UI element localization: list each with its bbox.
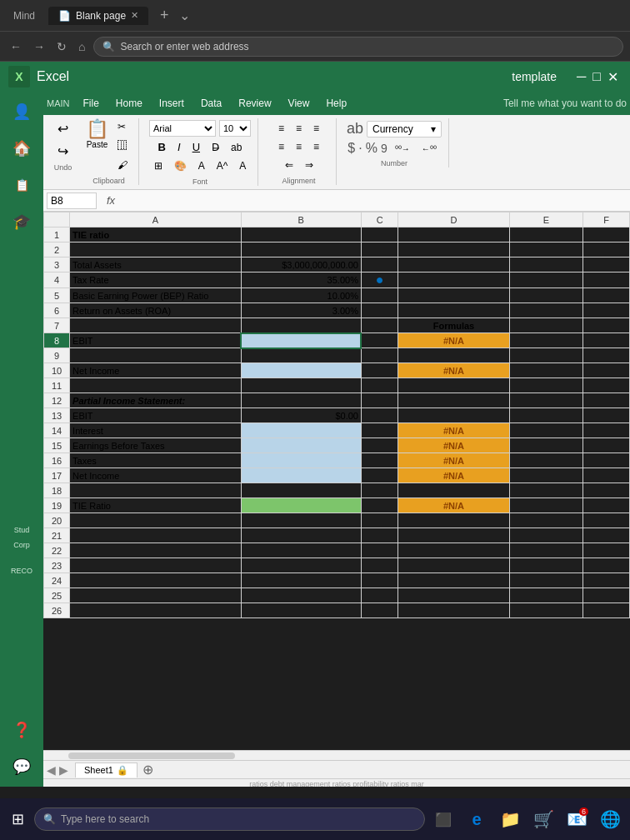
cell-d12[interactable] bbox=[398, 393, 509, 408]
cell-c6[interactable] bbox=[361, 303, 398, 318]
sidebar-item-work[interactable] bbox=[7, 366, 37, 396]
cell-b2[interactable] bbox=[241, 242, 361, 258]
cell-c4[interactable]: ● bbox=[361, 272, 398, 288]
cell-d16[interactable]: #N/A bbox=[398, 453, 509, 468]
cell-c8[interactable] bbox=[361, 333, 398, 348]
cell-d3[interactable] bbox=[398, 258, 509, 272]
cell-c16[interactable] bbox=[361, 453, 398, 468]
cell-c10[interactable] bbox=[361, 363, 398, 378]
sidebar-item-user[interactable]: 👤 bbox=[7, 97, 37, 127]
cell-d14[interactable]: #N/A bbox=[398, 423, 509, 438]
fill-color-button[interactable]: 🎨 bbox=[170, 158, 191, 174]
cell-a23[interactable] bbox=[70, 558, 241, 573]
cell-d5[interactable] bbox=[398, 288, 509, 303]
sidebar-item-grad[interactable]: 🎓 bbox=[7, 207, 37, 237]
cell-f12[interactable] bbox=[583, 393, 630, 408]
cell-d1[interactable] bbox=[398, 228, 509, 242]
cell-d17[interactable]: #N/A bbox=[398, 468, 509, 483]
taskbar-chrome-button[interactable]: 🌐 bbox=[595, 804, 625, 834]
cell-a15[interactable]: Earnings Before Taxes bbox=[70, 438, 241, 453]
menu-view[interactable]: View bbox=[280, 95, 318, 112]
menu-data[interactable]: Data bbox=[192, 95, 230, 112]
cell-f5[interactable] bbox=[583, 288, 630, 303]
cell-a8[interactable]: EBIT bbox=[70, 333, 241, 348]
cell-b22[interactable] bbox=[241, 543, 361, 558]
sheet1-tab[interactable]: Sheet1 🔒 bbox=[75, 762, 138, 778]
cell-e2[interactable] bbox=[509, 242, 583, 258]
cell-f15[interactable] bbox=[583, 438, 630, 453]
taskbar-search-box[interactable]: 🔍 Type here to search bbox=[34, 808, 425, 831]
copy-button[interactable]: ⿲ bbox=[113, 138, 132, 154]
cell-c19[interactable] bbox=[361, 498, 398, 513]
cell-f24[interactable] bbox=[583, 573, 630, 588]
cell-d13[interactable] bbox=[398, 408, 509, 423]
decimal-dec-button[interactable]: ←⁰⁰ bbox=[418, 142, 441, 156]
bold-button[interactable]: B bbox=[154, 138, 170, 156]
cell-f25[interactable] bbox=[583, 588, 630, 603]
cell-c26[interactable] bbox=[361, 603, 398, 618]
cell-b6[interactable]: 3.00% bbox=[241, 303, 361, 318]
cut-button[interactable]: ✂ bbox=[113, 118, 132, 135]
browser-tab-mind[interactable]: Mind bbox=[7, 7, 42, 25]
cell-f11[interactable] bbox=[583, 378, 630, 393]
cell-a13[interactable]: EBIT bbox=[70, 408, 241, 423]
cell-e17[interactable] bbox=[509, 468, 583, 483]
cell-f10[interactable] bbox=[583, 363, 630, 378]
scroll-left-tab-button[interactable]: ◀ bbox=[47, 763, 56, 777]
cell-c15[interactable] bbox=[361, 438, 398, 453]
cell-b16[interactable] bbox=[241, 453, 361, 468]
window-close-button[interactable]: ✕ bbox=[608, 69, 618, 85]
cell-reference-input[interactable] bbox=[47, 192, 97, 209]
taskbar-mail-button[interactable]: 📧 6 bbox=[562, 804, 592, 834]
address-bar[interactable]: 🔍 Search or enter web address bbox=[93, 37, 623, 57]
font-size-inc[interactable]: A^ bbox=[212, 158, 232, 174]
cell-e23[interactable] bbox=[509, 558, 583, 573]
taskbar-task-view-button[interactable]: ⬛ bbox=[428, 804, 458, 834]
align-center-button[interactable]: ≡ bbox=[292, 138, 306, 155]
cell-b1[interactable] bbox=[241, 228, 361, 242]
cell-e14[interactable] bbox=[509, 423, 583, 438]
italic-button[interactable]: I bbox=[173, 138, 185, 156]
cell-c11[interactable] bbox=[361, 378, 398, 393]
cell-e8[interactable] bbox=[509, 333, 583, 348]
cell-c25[interactable] bbox=[361, 588, 398, 603]
cell-e26[interactable] bbox=[509, 603, 583, 618]
cell-d10[interactable]: #N/A bbox=[398, 363, 509, 378]
cell-e19[interactable] bbox=[509, 498, 583, 513]
cell-e25[interactable] bbox=[509, 588, 583, 603]
sidebar-item-help[interactable]: ❓ bbox=[7, 715, 37, 745]
cell-d15[interactable]: #N/A bbox=[398, 438, 509, 453]
align-left-button[interactable]: ≡ bbox=[274, 138, 288, 155]
cell-f21[interactable] bbox=[583, 528, 630, 543]
window-restore-button[interactable]: □ bbox=[592, 69, 601, 84]
cell-b5[interactable]: 10.00% bbox=[241, 288, 361, 303]
cell-a25[interactable] bbox=[70, 588, 241, 603]
cell-d4[interactable] bbox=[398, 272, 509, 288]
col-header-b[interactable]: B bbox=[241, 212, 361, 228]
cell-e6[interactable] bbox=[509, 303, 583, 318]
cell-b4[interactable]: 35.00% bbox=[241, 272, 361, 288]
cell-a2[interactable] bbox=[70, 242, 241, 258]
cell-b19[interactable] bbox=[241, 498, 361, 513]
cell-e21[interactable] bbox=[509, 528, 583, 543]
cell-d25[interactable] bbox=[398, 588, 509, 603]
menu-review[interactable]: Review bbox=[230, 95, 279, 112]
cell-d26[interactable] bbox=[398, 603, 509, 618]
cell-f1[interactable] bbox=[583, 228, 630, 242]
cell-b24[interactable] bbox=[241, 573, 361, 588]
cell-f14[interactable] bbox=[583, 423, 630, 438]
cell-f19[interactable] bbox=[583, 498, 630, 513]
cell-e12[interactable] bbox=[509, 393, 583, 408]
cell-f23[interactable] bbox=[583, 558, 630, 573]
cell-c17[interactable] bbox=[361, 468, 398, 483]
cell-f16[interactable] bbox=[583, 453, 630, 468]
paste-button[interactable]: 📋 Paste bbox=[86, 118, 108, 149]
border-button[interactable]: ⊞ bbox=[150, 158, 167, 174]
col-header-f[interactable]: F bbox=[583, 212, 630, 228]
decimal-inc-button[interactable]: ⁰⁰→ bbox=[391, 142, 414, 156]
tab-list-button[interactable]: ⌄ bbox=[179, 8, 190, 23]
cell-e10[interactable] bbox=[509, 363, 583, 378]
cell-d21[interactable] bbox=[398, 528, 509, 543]
cell-b13[interactable]: $0.00 bbox=[241, 408, 361, 423]
cell-e3[interactable] bbox=[509, 258, 583, 272]
